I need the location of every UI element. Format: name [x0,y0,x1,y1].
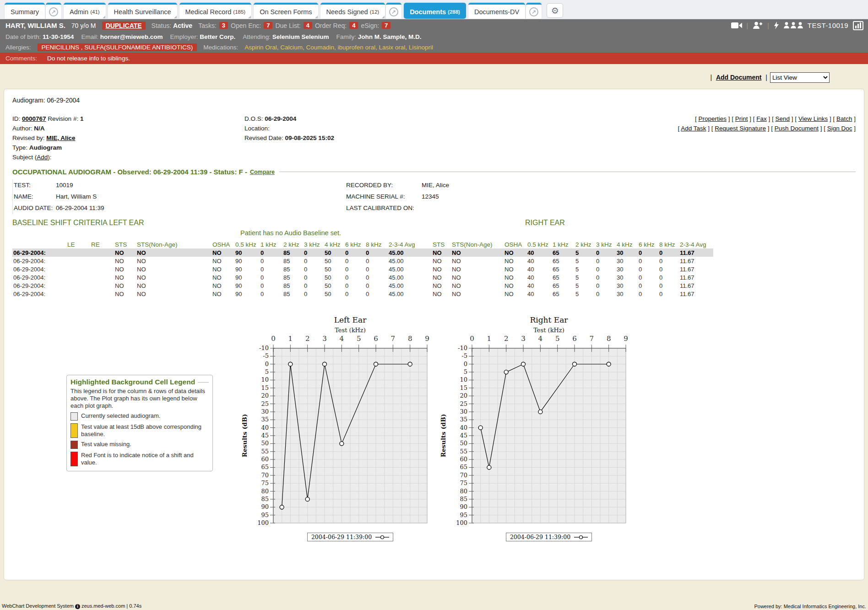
result-row[interactable]: 06-29-2004:NONONO900850500045.00NONONO40… [12,290,863,298]
tab-summary[interactable]: Summary [5,3,45,19]
push-document-link[interactable]: Push Document [775,125,819,132]
type-value: Audiogram [29,144,62,151]
tab-summary-popout-icon[interactable]: ↗ [46,3,61,19]
svg-text:6: 6 [572,335,577,343]
footer-app-name: WebChart Development System [2,603,74,609]
document-meta: ID: 0000767 Revision #: 1 Author: N/A Re… [12,114,856,164]
sign-doc-link[interactable]: Sign Doc [827,125,852,132]
info-icon[interactable]: i [75,604,80,609]
svg-text:30: 30 [261,408,269,415]
machine-serial-value: 12345 [422,191,439,202]
tab-on-screen-forms[interactable]: On Screen Forms [254,3,318,19]
settings-gear-icon[interactable]: ⚙ [547,3,563,18]
svg-text:55: 55 [261,448,269,455]
allergies-value[interactable]: PENICILLINS , SULFA(SULFONAMIDE ANTIBIOT… [38,43,197,51]
result-row[interactable]: 06-29-2004:NONONO900850500045.00NONONO40… [12,281,863,290]
result-row[interactable]: 06-29-2004:NONONO900850500045.00NONONO40… [12,265,863,273]
cell-legend-items: Currently selected audiogram.Test value … [71,412,209,466]
add-task-link[interactable]: Add Task [681,125,706,132]
badge-count[interactable]: 7 [382,22,391,29]
result-row-selected[interactable]: 06-29-2004:NONONO900850500045.00NONONO40… [12,248,863,257]
tab-medical-record[interactable]: Medical Record(185) [179,3,252,19]
video-call-icon[interactable] [731,22,742,29]
patient-stats-icon[interactable] [853,21,863,30]
cell-legend-item: Red Font is to indicate notice of a shif… [71,452,209,466]
tab-documents[interactable]: Documents(288) [404,3,466,19]
badge-count[interactable]: 4 [349,22,358,29]
data-point [280,505,284,509]
svg-text:7: 7 [590,335,594,343]
svg-text:20: 20 [261,392,269,399]
svg-text:20: 20 [460,392,467,399]
svg-text:25: 25 [261,400,269,407]
view-select[interactable]: List View [770,72,830,83]
svg-text:2: 2 [305,335,310,343]
svg-text:85: 85 [261,496,269,502]
email-value[interactable]: horner@mieweb.com [100,33,163,40]
audiogram-results-table: LERESTSSTS(Non-Age)OSHA0.5 kHz1 kHz2 kHz… [12,241,863,298]
document-actions-row1: [ Properties ] [ Print ] [ Fax ] [ Send … [678,114,856,124]
subject-add-link[interactable]: Add [37,154,48,161]
svg-text:3: 3 [521,335,526,343]
duplicate-flag[interactable]: DUPLICATE [102,22,146,30]
chart-x-axis-label: Test (kHz) [273,327,427,334]
fax-link[interactable]: Fax [756,115,767,122]
revised-by-link[interactable]: MIE, Alice [46,135,75,141]
right-ear-chart: Right EarTest (kHz)0123456789-10-5051015… [436,315,638,541]
svg-text:50: 50 [460,440,467,447]
svg-text:40: 40 [261,424,269,431]
batch-link[interactable]: Batch [836,115,852,122]
add-document-link[interactable]: Add Document [716,74,762,81]
family-value: John M. Sample, M.D. [358,33,422,40]
audiogram-info: TEST:10019 NAME:Hart, William S AUDIO DA… [12,179,856,214]
tab-needs-signed-popout-icon[interactable]: ↗ [386,3,401,19]
tab-needs-signed[interactable]: Needs Signed(12) [320,3,385,19]
test-value: 10019 [56,179,73,191]
data-point [478,426,483,430]
badge-order-req-: Order Req:4 [315,22,358,29]
result-row[interactable]: 06-29-2004:NONONO900850500045.00NONONO40… [12,257,863,265]
chart-title: Right Ear [472,315,626,324]
svg-text:30: 30 [460,408,467,415]
print-link[interactable]: Print [735,115,748,122]
badge-count[interactable]: 7 [264,22,272,29]
medications-list[interactable]: Aspirin Oral, Calcium, Coumadin, ibuprof… [244,44,433,51]
svg-text:9: 9 [425,335,429,343]
view-links-link[interactable]: View Links [798,115,828,122]
patient-row-allergies: Allergies: PENICILLINS , SULFA(SULFONAMI… [0,42,868,53]
properties-link[interactable]: Properties [698,115,727,122]
lightning-icon[interactable] [774,22,779,29]
patient-age-sex: 70 y/o M [71,22,96,29]
chart-plot: 0123456789-10-50510152025303540455055606… [238,335,439,526]
tab-documents-dv-popout-icon[interactable]: ↗ [526,3,542,19]
compare-link[interactable]: Compare [250,169,275,175]
tab-admin[interactable]: Admin(41) [64,3,106,19]
svg-text:80: 80 [460,488,467,495]
result-row[interactable]: 06-29-2004:NONONO900850500045.00NONONO40… [12,273,863,281]
document-id-link[interactable]: 0000767 [22,115,46,122]
employer-value: Better Corp. [200,33,235,40]
svg-text:2: 2 [504,335,509,343]
content-area: | Add Document | List View Audiogram: 06… [0,64,868,580]
add-person-icon[interactable] [753,22,763,29]
results-table-container: LERESTSSTS(Non-Age)OSHA0.5 kHz1 kHz2 kHz… [12,241,856,298]
svg-text:35: 35 [261,416,269,423]
footer: WebChart Development Systemizeus.med-web… [0,602,868,610]
badge-count[interactable]: 4 [304,22,312,29]
badge-count[interactable]: 3 [219,22,228,29]
svg-text:70: 70 [261,472,269,479]
svg-text:0: 0 [470,335,474,343]
document-meta-middle: D.O.S: 06-29-2004 Location: Revised Date… [244,114,334,143]
cell-legend-item: Test value missing. [71,441,209,449]
svg-text:10: 10 [460,376,467,383]
data-point [305,497,309,501]
tab-documents-dv[interactable]: Documents-DV [468,3,525,19]
svg-text:5: 5 [464,368,467,375]
svg-text:5: 5 [555,335,560,343]
request-signature-link[interactable]: Request Signature [715,125,766,132]
patients-group-icon[interactable] [784,22,803,29]
chart-id: TEST-10019 [808,22,848,29]
send-link[interactable]: Send [776,115,790,122]
data-point [573,362,577,366]
tab-health-surveillance[interactable]: Health Surveillance [108,3,177,19]
